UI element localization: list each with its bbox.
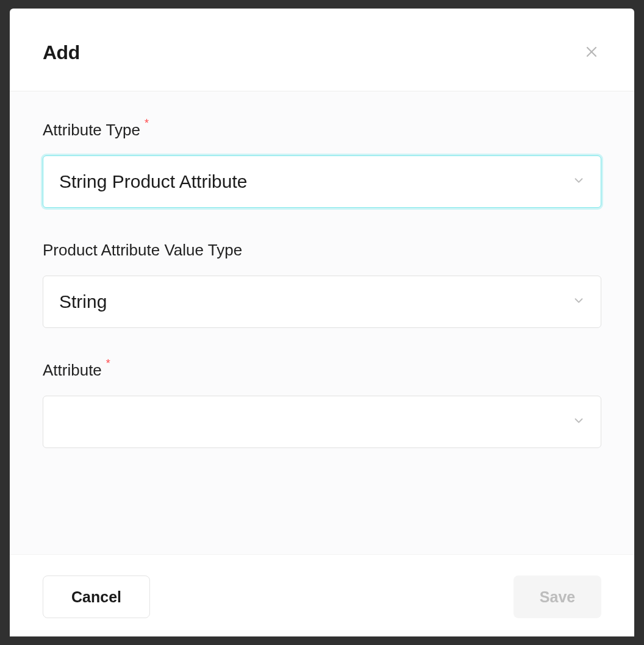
attribute-group: Attribute * bbox=[43, 361, 601, 448]
modal-body: Attribute Type * String Product Attribut… bbox=[10, 91, 634, 554]
attribute-type-label-text: Attribute Type bbox=[43, 121, 140, 139]
modal-footer: Cancel Save bbox=[10, 554, 634, 636]
value-type-label-text: Product Attribute Value Type bbox=[43, 241, 242, 259]
add-modal: Add Attribute Type * String Product Attr… bbox=[10, 9, 634, 636]
cancel-button[interactable]: Cancel bbox=[43, 576, 150, 618]
attribute-type-select-wrapper: String Product Attribute bbox=[43, 155, 601, 208]
attribute-label-text: Attribute bbox=[43, 361, 102, 379]
value-type-select-wrapper: String bbox=[43, 276, 601, 328]
save-button[interactable]: Save bbox=[513, 576, 601, 618]
close-button[interactable] bbox=[582, 42, 601, 63]
attribute-type-select[interactable]: String Product Attribute bbox=[43, 155, 601, 208]
modal-header: Add bbox=[10, 9, 634, 91]
value-type-select[interactable]: String bbox=[43, 276, 601, 328]
attribute-type-value: String Product Attribute bbox=[59, 171, 248, 192]
value-type-label: Product Attribute Value Type bbox=[43, 241, 242, 260]
attribute-type-label: Attribute Type * bbox=[43, 121, 140, 140]
value-type-value: String bbox=[59, 291, 107, 312]
attribute-select[interactable] bbox=[43, 396, 601, 448]
modal-title: Add bbox=[43, 41, 80, 64]
required-asterisk: * bbox=[106, 357, 110, 370]
attribute-label: Attribute * bbox=[43, 361, 102, 380]
required-asterisk: * bbox=[145, 117, 149, 130]
attribute-type-group: Attribute Type * String Product Attribut… bbox=[43, 121, 601, 208]
close-icon bbox=[584, 45, 599, 61]
value-type-group: Product Attribute Value Type String bbox=[43, 241, 601, 328]
attribute-select-wrapper bbox=[43, 396, 601, 448]
